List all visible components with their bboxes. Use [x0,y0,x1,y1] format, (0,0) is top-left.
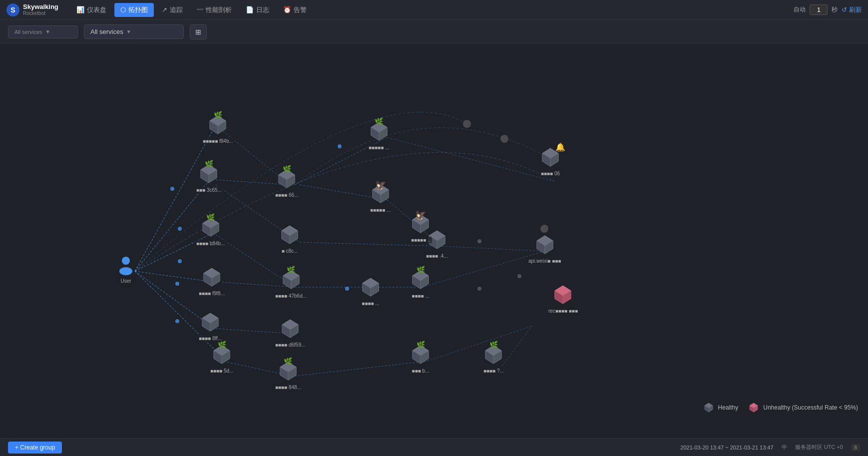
node-n16[interactable]: 🌿 ■■■ b... [410,344,432,374]
timezone-label: 服务器时区 UTC +0 [795,444,843,451]
refresh-unit: 秒 [832,5,838,14]
node-n10[interactable]: ■■■■ d6f59... [274,318,307,348]
unhealthy-icon [552,284,574,306]
badge-n13: 🦅 [375,180,386,191]
svg-line-20 [387,137,554,181]
svg-point-32 [345,287,349,291]
node-n18[interactable]: 🔔 ■■■■ 06 [539,146,561,177]
logo-subtitle: Rocketbot [23,10,58,16]
services-dropdown[interactable]: All services ▼ [84,24,184,39]
nav-performance[interactable]: 〰 性能剖析 [191,3,238,17]
cube-icon-15b [360,276,382,298]
badge-n13b: 🦅 [415,210,426,221]
node-n5[interactable]: ■■■■ 8ff... [197,311,223,342]
chevron-down-icon-2: ▼ [126,29,131,34]
node-n6[interactable]: 🌿 ■■■■ 5d... [209,344,235,374]
dashboard-icon: 📊 [76,6,84,13]
badge-n1: 🌿 [214,111,222,119]
node-n3[interactable]: 🌿 ■■■■ b84b... [195,216,227,247]
service-group-dropdown[interactable]: All services ▼ [8,25,78,38]
nav-trace[interactable]: ↗ 追踪 [156,3,189,17]
nav-log[interactable]: 📄 日志 [240,3,275,17]
svg-point-29 [175,282,179,286]
trace-icon: ↗ [162,6,167,13]
svg-point-40 [119,267,132,275]
user-node[interactable]: User [115,254,137,284]
badge-n9: 🌿 [287,266,295,274]
svg-point-28 [178,227,182,231]
create-group-button[interactable]: + Create group [8,442,62,454]
node-n13b[interactable]: 🦅 ■■■■■ .. [410,213,432,243]
badge-n15: 🌿 [417,266,425,274]
node-n15b-label: ■■■■ ... [360,300,381,307]
badge-n2: 🌿 [205,160,213,168]
legend-healthy-label: Healthy [718,404,739,411]
compare-button[interactable]: ⊞ [190,24,207,39]
svg-point-31 [338,144,342,148]
node-n10-label: ■■■■ d6f59... [274,342,307,348]
svg-point-39 [122,257,130,265]
services-label: All services [90,28,123,35]
chevron-down-icon: ▼ [45,29,50,34]
svg-point-37 [500,135,508,143]
node-n18-label: ■■■■ 06 [539,170,561,177]
user-icon [115,254,137,276]
node-n7[interactable]: 🌿 ■■■■ 66... [274,168,300,198]
node-n14-label: ■■■■ .4... [425,253,449,259]
node-n17[interactable]: 🌿 ■■■■ ?... [482,344,505,374]
service-group-label: All services [14,29,42,35]
cube-icon-19 [534,234,556,256]
topology-canvas: User 🌿 ■■■■■ f84b... 🌿 ■■■ 3c65... 🌿 [0,44,868,438]
svg-line-25 [502,326,532,366]
node-n19[interactable]: api.weixi■ ■■■ [527,234,562,264]
legend-unhealthy: Unhealthy (Successful Rate < 95%) [748,402,858,413]
compare-icon: ⊞ [195,28,201,36]
node-n3-label: ■■■■ b84b... [195,240,227,247]
alert-icon: ⏰ [283,6,291,13]
refresh-interval-input[interactable] [810,4,828,15]
legend-unhealthy-icon [748,402,759,413]
node-n7-label: ■■■■ 66... [274,192,300,198]
node-n15b[interactable]: ■■■■ ... [360,276,382,307]
nav-dashboard[interactable]: 📊 仪表盘 [70,3,112,17]
node-n1[interactable]: 🌿 ■■■■■ f84b... [201,114,235,144]
node-n19-label: api.weixi■ ■■■ [527,258,562,264]
timezone-indicator: 中 [782,444,787,451]
node-n12[interactable]: 🌿 ■■■■■ ... [367,120,391,151]
refresh-button[interactable]: ↺ 刷新 [842,5,862,14]
cube-icon-10 [279,318,301,340]
nav-right: 自动 秒 ↺ 刷新 [794,4,862,15]
node-n13b-label: ■■■■■ .. [410,237,432,243]
node-n13[interactable]: 🦅 ■■■■■ ... [369,183,392,213]
node-n11[interactable]: 🌿 ■■■■ 848... [274,360,303,391]
node-n8-label: ■ c8c... [280,248,300,254]
node-n4[interactable]: ■■■■ f9f8... [197,266,226,297]
node-n6-label: ■■■■ 5d... [209,368,235,374]
badge-n16: 🌿 [417,341,425,349]
topology-icon: ⬡ [120,6,126,13]
svg-point-38 [540,225,548,233]
node-n20-label: rec■■■■ ■■■ [547,308,579,314]
legend-healthy-icon [703,402,714,413]
svg-line-2 [135,131,212,271]
legend-healthy: Healthy [703,402,739,413]
node-n20[interactable]: rec■■■■ ■■■ [547,284,579,314]
svg-point-35 [517,274,521,278]
badge-n11: 🌿 [284,357,292,365]
node-n8[interactable]: ■ c8c... [279,224,301,254]
node-n1-label: ■■■■■ f84b... [201,138,235,144]
svg-point-27 [178,259,182,263]
badge-n7: 🌿 [283,165,291,173]
cube-icon-5 [199,311,221,333]
node-n2[interactable]: 🌿 ■■■ 3c65... [195,163,223,193]
node-n15[interactable]: 🌿 ■■■■ ... [410,269,432,299]
nav-items: 📊 仪表盘 ⬡ 拓扑图 ↗ 追踪 〰 性能剖析 📄 日志 ⏰ 告警 [70,3,794,17]
cube-icon-8 [279,224,301,246]
node-n4-label: ■■■■ f9f8... [197,290,226,297]
bottom-bar: + Create group 2021-03-20 13:47 ~ 2021-0… [0,438,868,456]
user-label: User [119,278,132,284]
node-n9[interactable]: 🌿 ■■■■ 47b6d... [274,269,308,299]
nav-topology[interactable]: ⬡ 拓扑图 [114,3,154,17]
nav-alert[interactable]: ⏰ 告警 [277,3,313,17]
badge-n6: 🌿 [218,341,226,349]
